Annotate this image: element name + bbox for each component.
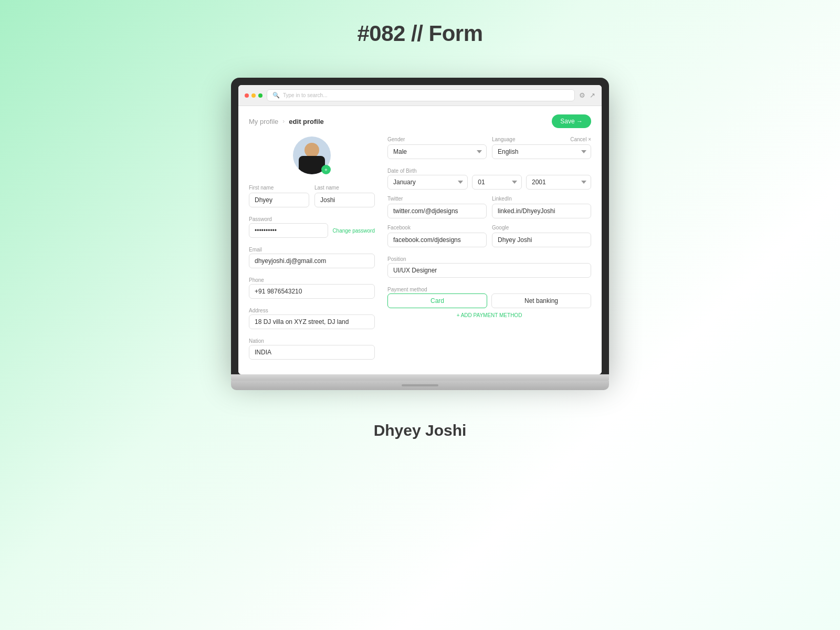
dob-label: Date of Birth [387,168,417,174]
share-icon[interactable]: ↗ [590,91,595,99]
author-name: Dhyey Joshi [374,422,467,439]
laptop-screen: 🔍 Type in to search... ⚙ ↗ My profile › … [238,85,602,374]
payment-card-button[interactable]: Card [387,293,487,308]
page-title: #082 // Form [357,21,482,46]
nation-input[interactable] [249,345,375,360]
dob-group: Date of Birth January February March 01 … [387,165,591,190]
right-column: Gender Male Female Other Language [387,136,591,366]
email-label: Email [249,247,262,253]
gender-label: Gender [387,136,487,142]
payment-netbanking-button[interactable]: Net banking [491,293,591,308]
linkedin-label: LinkedIn [492,196,591,202]
nation-label: Nation [249,338,264,344]
email-group: Email [249,244,375,268]
search-icon: 🔍 [272,92,280,99]
dob-year-select[interactable]: 2001 2000 1999 [526,175,591,190]
phone-group: Phone [249,275,375,299]
linkedin-group: LinkedIn [492,196,591,218]
breadcrumb-parent: My profile [249,118,278,125]
first-name-group: First name [249,185,309,207]
left-column: + First name Last name [249,136,375,366]
settings-icon[interactable]: ⚙ [579,91,585,99]
breadcrumb: My profile › edit profile [249,118,324,125]
google-group: Google [492,225,591,247]
twitter-input[interactable] [387,204,487,218]
password-section: Password Change password [249,214,375,238]
twitter-label: Twitter [387,196,487,202]
first-name-input[interactable] [249,193,309,207]
avatar-head [304,143,319,158]
add-payment-link[interactable]: + ADD PAYMENT METHOD [387,312,591,318]
social-row-2: Facebook Google [387,225,591,247]
last-name-group: Last name [314,185,375,207]
last-name-input[interactable] [314,193,375,207]
payment-group: Payment method Card Net banking + ADD PA… [387,284,591,318]
payment-buttons: Card Net banking [387,293,591,308]
change-password-link[interactable]: Change password [332,228,375,234]
form-layout: + First name Last name [249,136,591,366]
browser-dots [245,93,262,98]
last-name-label: Last name [314,185,375,191]
search-placeholder: Type in to search... [283,92,328,98]
breadcrumb-separator: › [282,118,285,125]
google-input[interactable] [492,233,591,247]
nation-group: Nation [249,335,375,360]
browser-search-bar[interactable]: 🔍 Type in to search... [267,89,575,101]
save-button[interactable]: Save → [552,114,591,128]
add-payment-text: + ADD PAYMENT METHOD [457,312,522,318]
browser-icons: ⚙ ↗ [579,91,595,99]
first-name-label: First name [249,185,309,191]
dot-yellow[interactable] [251,93,256,98]
avatar-edit-button[interactable]: + [321,165,331,174]
twitter-group: Twitter [387,196,487,218]
avatar-body [299,156,325,174]
dob-day-select[interactable]: 01 02 [472,175,522,190]
dob-month-select[interactable]: January February March [387,175,468,190]
avatar-section: + [249,136,375,174]
app-header: My profile › edit profile Save → [249,114,591,128]
laptop-base [231,381,609,390]
address-input[interactable] [249,314,375,329]
trackpad-notch [402,384,438,386]
social-row-1: Twitter LinkedIn [387,196,591,218]
browser-bar: 🔍 Type in to search... ⚙ ↗ [238,85,602,106]
facebook-input[interactable] [387,233,487,247]
facebook-group: Facebook [387,225,487,247]
email-input[interactable] [249,254,375,268]
password-input[interactable] [249,223,328,238]
language-group: Language Cancel × English Hindi Spanish [492,136,591,159]
gender-group: Gender Male Female Other [387,136,487,159]
facebook-label: Facebook [387,225,487,230]
laptop-hinge [231,374,609,381]
address-label: Address [249,308,268,313]
gender-select[interactable]: Male Female Other [387,144,487,159]
position-group: Position [387,254,591,278]
gender-language-row: Gender Male Female Other Language [387,136,591,159]
dot-green[interactable] [258,93,262,98]
phone-input[interactable] [249,284,375,299]
app-content: My profile › edit profile Save → [238,106,602,374]
breadcrumb-current: edit profile [289,118,323,125]
address-group: Address [249,305,375,329]
position-input[interactable] [387,263,591,278]
google-label: Google [492,225,591,230]
language-label: Language [492,136,516,142]
laptop-mockup: 🔍 Type in to search... ⚙ ↗ My profile › … [231,78,609,390]
password-label: Password [249,216,272,222]
screen-bezel: 🔍 Type in to search... ⚙ ↗ My profile › … [231,78,609,374]
position-label: Position [387,256,406,262]
dot-red[interactable] [245,93,249,98]
cancel-link[interactable]: Cancel × [570,136,591,142]
dob-selects: January February March 01 02 2001 [387,175,591,190]
language-label-row: Language Cancel × [492,136,591,142]
payment-label: Payment method [387,287,427,292]
phone-label: Phone [249,277,264,283]
linkedin-input[interactable] [492,204,591,218]
name-row: First name Last name [249,185,375,207]
language-select[interactable]: English Hindi Spanish [492,144,591,159]
